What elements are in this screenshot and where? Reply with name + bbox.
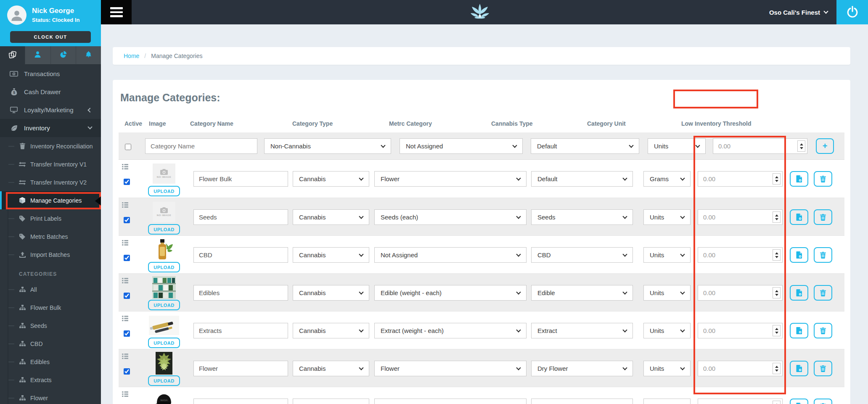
threshold-input[interactable] (698, 248, 782, 262)
number-spinner[interactable] (773, 173, 781, 185)
metrc-category-select[interactable]: Seeds (each) (374, 209, 527, 225)
active-checkbox[interactable] (124, 255, 130, 261)
delete-button[interactable] (814, 171, 832, 187)
active-checkbox[interactable] (124, 368, 130, 375)
drag-handle-icon[interactable] (122, 391, 128, 399)
upload-button[interactable]: UPLOAD (148, 300, 180, 310)
drag-handle-icon[interactable] (122, 202, 128, 209)
sidebar-item-inventory-reconciliation[interactable]: Inventory Reconciliation (0, 137, 101, 155)
metrc-category-select[interactable]: Not Assigned (374, 247, 527, 263)
threshold-input[interactable] (698, 285, 782, 300)
delete-button[interactable] (814, 361, 832, 376)
sidebar-category-extracts[interactable]: Extracts (0, 371, 101, 389)
category-type-select[interactable]: Cannabis (293, 285, 369, 301)
clock-out-button[interactable]: CLOCK OUT (10, 31, 91, 43)
active-checkbox[interactable] (124, 293, 130, 299)
store-selector[interactable]: Oso Cali's Finest (769, 0, 828, 24)
save-button[interactable] (790, 361, 808, 376)
drag-handle-icon[interactable] (122, 353, 128, 361)
delete-button[interactable] (814, 247, 832, 263)
upload-button[interactable]: UPLOAD (148, 224, 180, 235)
category-type-select[interactable]: Cannabis (293, 323, 369, 338)
sidebar-category-all[interactable]: All (0, 280, 101, 298)
sidebar-category-edibles[interactable]: Edibles (0, 353, 101, 371)
category-name-input[interactable] (193, 399, 288, 404)
category-unit-select[interactable]: Units (643, 323, 691, 338)
sidebar-item-transactions[interactable]: Transactions (0, 65, 101, 83)
active-checkbox[interactable] (124, 330, 130, 337)
sidebar-item-loyalty-marketing[interactable]: Loyalty/Marketing (0, 101, 101, 119)
category-unit-select[interactable]: Units (643, 247, 691, 263)
threshold-input[interactable] (698, 323, 782, 338)
sidebar-item-metrc-batches[interactable]: Metrc Batches (0, 227, 101, 246)
upload-button[interactable]: UPLOAD (148, 338, 180, 348)
metrc-category-select[interactable]: Flower (374, 361, 527, 376)
category-unit-select[interactable]: Grams (643, 171, 691, 187)
cannabis-type-select[interactable]: Edible (531, 285, 633, 301)
upload-button[interactable]: UPLOAD (148, 375, 180, 386)
drag-handle-icon[interactable] (122, 240, 128, 247)
number-spinner[interactable] (773, 401, 781, 404)
category-name-input[interactable] (193, 285, 288, 301)
category-unit-select[interactable]: Units (648, 138, 706, 154)
upload-button[interactable]: UPLOAD (148, 186, 180, 196)
drag-handle-icon[interactable] (122, 164, 128, 171)
number-spinner[interactable] (773, 249, 781, 261)
category-name-input[interactable] (193, 247, 288, 263)
category-unit-select[interactable]: Units (643, 361, 691, 376)
cannabis-type-select[interactable]: Default (531, 138, 639, 154)
cannabis-type-select[interactable]: Default (531, 399, 633, 404)
cannabis-type-select[interactable]: Dry Flower (531, 361, 633, 376)
active-checkbox[interactable] (124, 217, 130, 223)
sidebar-item-print-labels[interactable]: Print Labels (0, 209, 101, 227)
tab-menu[interactable] (0, 46, 25, 65)
save-button[interactable] (790, 247, 808, 263)
sidebar-item-import-batches[interactable]: Import Batches (0, 246, 101, 264)
threshold-input[interactable] (698, 172, 782, 186)
sidebar-item-transfer-inventory-v2[interactable]: Transfer Inventory V2 (0, 173, 101, 191)
category-name-input[interactable] (193, 361, 288, 376)
category-name-input[interactable] (193, 171, 288, 187)
metrc-category-select[interactable]: Not Assigned (374, 399, 527, 404)
upload-button[interactable]: UPLOAD (148, 262, 180, 272)
sidebar-item-manage-categories[interactable]: Manage Categories (0, 191, 101, 209)
drag-handle-icon[interactable] (122, 315, 128, 323)
number-spinner[interactable] (797, 140, 805, 152)
tab-customers[interactable] (25, 46, 50, 65)
number-spinner[interactable] (773, 287, 781, 298)
save-button[interactable] (790, 399, 808, 404)
category-name-input[interactable] (145, 138, 257, 154)
cannabis-type-select[interactable]: Default (531, 171, 633, 187)
number-spinner[interactable] (773, 211, 781, 223)
category-type-select[interactable]: Cannabis (293, 247, 369, 263)
breadcrumb-home-link[interactable]: Home (124, 53, 139, 59)
threshold-input[interactable] (698, 210, 782, 224)
tab-notifications[interactable] (76, 46, 101, 65)
delete-button[interactable] (814, 209, 832, 225)
add-category-button[interactable]: + (816, 138, 834, 154)
category-unit-select[interactable]: Units (643, 399, 691, 404)
number-spinner[interactable] (773, 325, 781, 336)
cannabis-type-select[interactable]: CBD (531, 247, 633, 263)
save-button[interactable] (790, 209, 808, 225)
category-type-select[interactable]: Non-Cannabis (293, 399, 369, 404)
tab-reports[interactable] (50, 46, 76, 65)
hamburger-menu-button[interactable] (101, 0, 132, 24)
sidebar-category-cbd[interactable]: CBD (0, 335, 101, 353)
sidebar-item-transfer-inventory-v1[interactable]: Transfer Inventory V1 (0, 155, 101, 173)
metrc-category-select[interactable]: Not Assigned (400, 138, 523, 154)
delete-button[interactable] (814, 323, 832, 338)
category-type-select[interactable]: Cannabis (293, 361, 369, 376)
save-button[interactable] (790, 285, 808, 301)
threshold-input[interactable] (698, 361, 782, 376)
category-type-select[interactable]: Cannabis (293, 209, 369, 225)
active-checkbox[interactable] (124, 179, 130, 185)
category-name-input[interactable] (193, 209, 288, 225)
sidebar-item-cash-drawer[interactable]: $ Cash Drawer (0, 83, 101, 101)
metrc-category-select[interactable]: Extract (weight - each) (374, 323, 527, 338)
number-spinner[interactable] (773, 363, 781, 374)
threshold-input[interactable] (713, 139, 807, 153)
category-type-select[interactable]: Cannabis (293, 171, 369, 187)
logout-power-button[interactable] (836, 0, 868, 24)
save-button[interactable] (790, 323, 808, 338)
